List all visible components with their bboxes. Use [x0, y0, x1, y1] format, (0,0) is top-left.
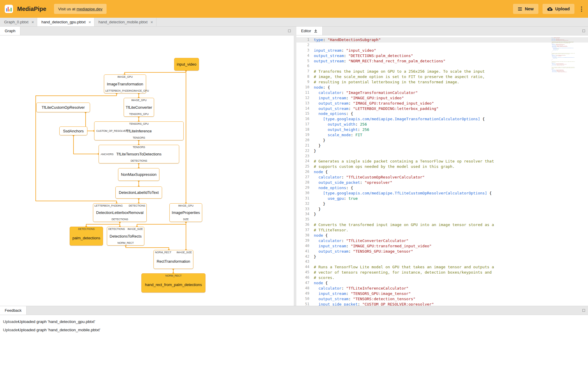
graph-node-DetectionsToRects[interactable]: DETECTIONSIMAGE_SIZEDetectionsToRectsNOR… — [107, 227, 144, 246]
graph-node-ImageTransformation[interactable]: IMAGE_GPUImageTransformationLETTERBOX_PA… — [104, 74, 146, 93]
code-line[interactable]: 44# Runs a TensorFlow Lite model on GPU … — [296, 264, 588, 270]
code-line[interactable]: 31 use_gpu: true — [296, 196, 588, 201]
graph-node-DetectionLabelIdToText[interactable]: DetectionLabelIdToText — [115, 186, 162, 199]
tab-editor[interactable]: Editor — [296, 27, 323, 35]
code-line[interactable]: 7# Transforms the input image on GPU to … — [296, 69, 588, 74]
code-line[interactable]: 16 [type.googleapis.com/mediapipe.ImageT… — [296, 116, 588, 122]
panel-splitter[interactable] — [294, 27, 296, 306]
graph-edge — [126, 246, 169, 250]
tab-graph[interactable]: Graph — [0, 27, 20, 35]
graph-node-SsdAnchors[interactable]: SsdAnchors — [59, 126, 87, 135]
code-line[interactable]: 25# supports custom ops needed by the mo… — [296, 164, 588, 169]
code-line[interactable]: 23 — [296, 154, 588, 159]
graph-node-RectTransformation[interactable]: NORM_RECTIMAGE_SIZERectTransformation — [153, 250, 193, 269]
code-line[interactable]: 18 output_height: 256 — [296, 127, 588, 132]
code-line[interactable]: 27 calculator: "TfLiteCustomOpResolverCa… — [296, 175, 588, 180]
graph-node-input_video[interactable]: input_video — [174, 58, 199, 71]
code-line[interactable]: 34} — [296, 212, 588, 217]
graph-node-TfLiteCustomOpResolver[interactable]: TfLiteCustomOpResolver — [36, 103, 90, 112]
code-line[interactable]: 46# scores. — [296, 275, 588, 280]
code-line[interactable]: 17 output_width: 256 — [296, 122, 588, 127]
graph-node-DetectionLetterboxRemoval[interactable]: LETTERBOX_PADDINGDETECTIONSDetectionLett… — [93, 203, 147, 222]
file-tab-Graph_0.pbtxt[interactable]: Graph_0.pbtxt× — [0, 18, 37, 26]
code-line[interactable]: 35 — [296, 217, 588, 222]
graph-canvas[interactable]: input_videoIMAGE_GPUImageTransformationL… — [0, 35, 294, 306]
line-text: [type.googleapis.com/mediapipe.ImageTran… — [314, 116, 485, 122]
code-line[interactable]: 12 input_stream: "IMAGE_GPU:input_video" — [296, 95, 588, 101]
code-line[interactable]: 48 calculator: "TfLiteInferenceCalculato… — [296, 286, 588, 291]
code-line[interactable]: 32 } — [296, 201, 588, 207]
port-labels-top: TENSORS — [99, 145, 179, 149]
tab-feedback[interactable]: Feedback — [0, 306, 27, 315]
code-line[interactable]: 40 input_stream: "IMAGE_GPU:transformed_… — [296, 243, 588, 249]
code-line[interactable]: 42} — [296, 254, 588, 259]
line-text: # Runs a TensorFlow Lite model on GPU th… — [314, 264, 494, 270]
graph-node-ImageProperties[interactable]: IMAGE_GPUImagePropertiesSIZE — [169, 203, 202, 222]
code-line[interactable]: 14 output_stream: "LETTERBOX_PADDING:let… — [296, 106, 588, 111]
code-line[interactable]: 19 scale_mode: FIT — [296, 132, 588, 138]
code-line[interactable]: 50 output_stream: "TENSORS:detection_ten… — [296, 296, 588, 302]
code-line[interactable]: 3input_stream: "input_video" — [296, 48, 588, 53]
download-icon[interactable] — [314, 29, 318, 33]
line-number: 18 — [296, 127, 309, 132]
port-labels-bottom: SIZE — [170, 218, 202, 222]
file-tab-hand_detection_gpu.pbtxt[interactable]: hand_detection_gpu.pbtxt× — [37, 18, 94, 26]
line-number: 20 — [296, 138, 309, 143]
upload-button[interactable]: Upload — [543, 4, 574, 14]
minimap-line: input_side_packet: "CUSTOM_OP_RESOLVER:o… — [551, 72, 581, 72]
close-tab-icon[interactable]: × — [151, 20, 153, 24]
more-options-icon[interactable]: ⋮ — [579, 5, 583, 12]
code-line[interactable]: 47node { — [296, 280, 588, 286]
file-tab-hand_detection_mobile.pbtxt[interactable]: hand_detection_mobile.pbtxt× — [94, 18, 156, 26]
graph-node-NonMaxSuppression[interactable]: NonMaxSuppression — [118, 168, 159, 181]
code-line[interactable]: 24# Generates a single side packet conta… — [296, 159, 588, 164]
maximize-graph-panel-icon[interactable] — [288, 30, 291, 32]
graph-node-label: ImageProperties — [170, 207, 202, 218]
line-number: 50 — [296, 296, 309, 302]
code-line[interactable]: 41 output_stream: "TENSORS_GPU:image_ten… — [296, 249, 588, 254]
code-line[interactable]: 8# image, the scale_mode option is set t… — [296, 74, 588, 79]
code-line[interactable]: 36# Converts the transformed input image… — [296, 222, 588, 228]
mediapipe-dev-link[interactable]: mediapipe.dev — [76, 7, 102, 11]
new-button[interactable]: New — [513, 4, 538, 14]
code-line[interactable]: 2 — [296, 43, 588, 48]
line-number: 4 — [296, 53, 309, 59]
code-line[interactable]: 21 } — [296, 143, 588, 148]
code-line[interactable]: 49 input_stream: "TENSORS_GPU:image_tens… — [296, 291, 588, 296]
code-line[interactable]: 4output_stream: "DETECTIONS:palm_detecti… — [296, 53, 588, 59]
code-line[interactable]: 38node { — [296, 233, 588, 238]
code-line[interactable]: 26node { — [296, 169, 588, 175]
graph-node-TfLiteTensorsToDetections[interactable]: TENSORSTfLiteTensorsToDetectionsDETECTIO… — [99, 145, 179, 163]
line-text: calculator: "TfLiteCustomOpResolverCalcu… — [314, 175, 425, 180]
graph-node-TfLiteConverter[interactable]: IMAGE_GPUTfLiteConverterTENSORS_GPU — [124, 98, 154, 117]
code-line[interactable]: 1type: "HandDetectionSubgraph" — [296, 37, 588, 43]
close-tab-icon[interactable]: × — [89, 20, 91, 24]
code-line[interactable]: 45# vector of tensors representing, for … — [296, 270, 588, 275]
maximize-editor-panel-icon[interactable] — [582, 30, 585, 32]
code-line[interactable]: 39 calculator: "TfLiteConverterCalculato… — [296, 238, 588, 243]
code-line[interactable]: 6 — [296, 64, 588, 69]
code-editor[interactable]: 1type: "HandDetectionSubgraph"23input_st… — [296, 35, 588, 306]
code-line[interactable]: 51 input_side_packet: "CUSTOM_OP_RESOLVE… — [296, 302, 588, 306]
code-line[interactable]: 15 node_options: { — [296, 111, 588, 116]
code-line[interactable]: 10node: { — [296, 85, 588, 90]
graph-node-TfLiteInference[interactable]: TENSORS_GPUTfLiteInferenceTENSORSCUSTOM_… — [94, 121, 184, 140]
code-line[interactable]: 5output_stream: "NORM_RECT:hand_rect_fro… — [296, 59, 588, 64]
maximize-feedback-panel-icon[interactable] — [582, 309, 585, 312]
close-tab-icon[interactable]: × — [31, 20, 34, 24]
code-line[interactable]: 43 — [296, 259, 588, 264]
code-line[interactable]: 20 } — [296, 138, 588, 143]
editor-minimap[interactable]: type: "HandDetectionSubgraph"input_strea… — [551, 37, 582, 150]
code-line[interactable]: 22} — [296, 148, 588, 154]
graph-node-palm_detections[interactable]: DETECTIONSpalm_detections — [70, 227, 103, 246]
graph-node-hand_rect_from_palm_detections[interactable]: NORM_RECThand_rect_from_palm_detections — [141, 273, 205, 293]
code-line[interactable]: 13 output_stream: "IMAGE_GPU:transformed… — [296, 101, 588, 106]
code-line[interactable]: 30 [type.googleapis.com/mediapipe.TfLite… — [296, 191, 588, 196]
code-line[interactable]: 29 node_options: { — [296, 185, 588, 191]
port-labels-top: NORM_RECT — [142, 274, 205, 277]
code-line[interactable]: 9# resulting in potential letterboxing i… — [296, 79, 588, 85]
code-line[interactable]: 33 } — [296, 207, 588, 212]
code-line[interactable]: 11 calculator: "ImageTransformationCalcu… — [296, 90, 588, 95]
code-line[interactable]: 28 output_side_packet: "opresolver" — [296, 180, 588, 185]
code-line[interactable]: 37# TfLiteTensor. — [296, 228, 588, 233]
